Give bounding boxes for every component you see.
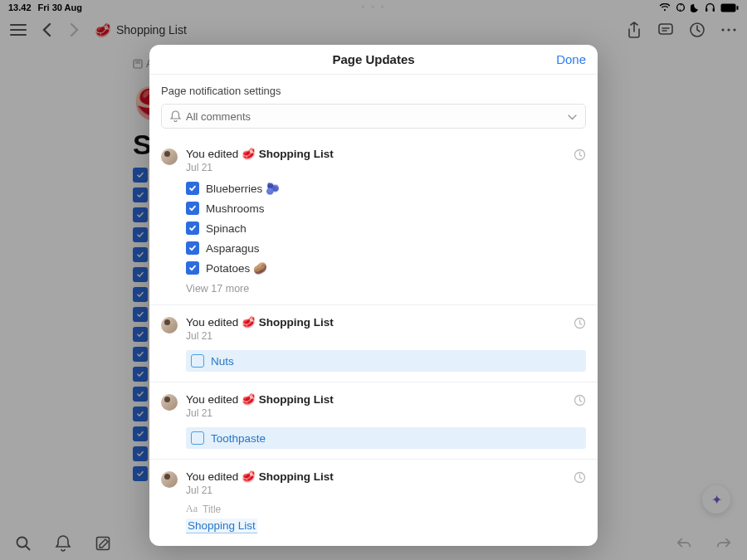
comments-icon[interactable] <box>657 22 674 38</box>
svg-rect-2 <box>713 8 715 12</box>
page-title-breadcrumb: Shopping List <box>116 23 187 37</box>
ai-assist-button[interactable]: ✦ <box>702 485 730 514</box>
checkbox-item[interactable] <box>133 446 148 461</box>
added-item-row: Nuts <box>186 350 586 372</box>
settings-label: Page notification settings <box>161 85 586 97</box>
update-entry: You edited 🥩 Shopping List Jul 21 Nuts <box>149 304 598 382</box>
app-toolbar: 🥩 Shopping List <box>0 15 747 45</box>
item-label: Blueberries 🫐 <box>206 182 280 195</box>
bell-icon <box>170 110 181 122</box>
nav-forward-button <box>66 22 83 38</box>
item-label: Mushrooms <box>206 202 265 215</box>
svg-point-7 <box>721 28 724 31</box>
clock-icon <box>574 394 586 410</box>
item-label: Spinach <box>206 222 247 235</box>
checkbox-checked-icon <box>186 241 199 255</box>
item-label: Asparagus <box>206 242 260 255</box>
update-entry: You edited 🥩 Shopping List Jul 21 Toothp… <box>149 382 598 459</box>
avatar <box>161 471 178 488</box>
sync-icon <box>676 2 686 12</box>
wifi-icon <box>659 3 671 12</box>
checkbox-item[interactable] <box>133 307 148 322</box>
entry-summary: You edited 🥩 Shopping List <box>186 147 334 160</box>
moon-icon <box>691 3 700 12</box>
share-icon[interactable] <box>626 22 642 38</box>
checkbox-item[interactable] <box>133 367 148 382</box>
checkbox-item[interactable] <box>133 187 148 202</box>
entry-timestamp: Jul 21 <box>186 485 334 496</box>
battery-icon <box>720 3 739 12</box>
checkbox-item[interactable] <box>133 466 148 481</box>
modal-title: Page Updates <box>332 52 414 66</box>
item-label: Potatoes 🥔 <box>206 261 267 275</box>
title-change-value[interactable]: Shopping List <box>186 519 257 533</box>
checkbox-item[interactable] <box>133 267 148 282</box>
dropdown-value: All comments <box>186 110 251 123</box>
done-button[interactable]: Done <box>556 52 586 66</box>
checkbox-item[interactable] <box>133 247 148 262</box>
checkbox-item[interactable] <box>133 227 148 242</box>
svg-rect-3 <box>721 3 736 12</box>
new-page-icon[interactable] <box>95 535 111 552</box>
svg-point-9 <box>733 28 735 31</box>
checkbox-checked-icon <box>186 222 199 235</box>
clock-icon <box>574 317 586 333</box>
checked-item: Blueberries 🫐 <box>186 182 586 195</box>
breadcrumb[interactable]: 🥩 Shopping List <box>95 22 187 38</box>
svg-rect-1 <box>706 8 707 12</box>
checked-item: Asparagus <box>186 241 586 255</box>
multitask-handle-icon[interactable]: • • • <box>361 2 385 13</box>
clock-icon <box>574 149 586 164</box>
checkbox-item[interactable] <box>133 407 148 421</box>
checkbox-item[interactable] <box>133 387 148 402</box>
avatar <box>161 149 178 165</box>
update-entry: You edited 🥩 Shopping List Jul 21 Bluebe… <box>149 137 598 304</box>
entry-timestamp: Jul 21 <box>186 330 334 342</box>
undo-icon[interactable] <box>676 535 692 552</box>
entry-timestamp: Jul 21 <box>186 162 334 173</box>
inbox-icon[interactable] <box>55 535 71 552</box>
search-icon[interactable] <box>15 535 32 552</box>
checkbox-unchecked-icon <box>191 354 204 368</box>
status-icons-right <box>659 2 739 12</box>
checkbox-item[interactable] <box>133 426 148 441</box>
notification-dropdown[interactable]: All comments <box>161 104 586 129</box>
checkbox-checked-icon <box>186 182 199 195</box>
headphones-icon <box>705 2 715 12</box>
sidebar-toggle-icon[interactable] <box>10 22 27 38</box>
modal-header: Page Updates Done <box>149 45 598 75</box>
checkbox-checked-icon <box>186 202 199 215</box>
clock-icon <box>574 471 586 487</box>
svg-rect-5 <box>659 24 672 34</box>
update-entry: You edited 🥩 Shopping List Jul 21 AaTitl… <box>149 459 598 543</box>
entry-summary: You edited 🥩 Shopping List <box>186 392 334 406</box>
svg-rect-4 <box>737 6 739 10</box>
nav-back-button[interactable] <box>38 22 55 38</box>
checkbox-item[interactable] <box>133 168 148 183</box>
checked-item: Potatoes 🥔 <box>186 261 586 275</box>
view-more-link[interactable]: View 17 more <box>186 283 586 295</box>
page-updates-modal: Page Updates Done Page notification sett… <box>149 45 598 546</box>
checkbox-unchecked-icon <box>191 431 204 445</box>
page-emoji-icon: 🥩 <box>95 22 111 38</box>
added-item-label: Nuts <box>211 355 234 368</box>
chevron-down-icon <box>568 109 577 124</box>
status-date: Fri 30 Aug <box>38 2 82 12</box>
added-item-label: Toothpaste <box>211 432 266 445</box>
checkbox-item[interactable] <box>133 347 148 362</box>
avatar <box>161 394 178 411</box>
updates-icon[interactable] <box>689 22 706 38</box>
entry-summary: You edited 🥩 Shopping List <box>186 315 334 329</box>
checkbox-item[interactable] <box>133 287 148 302</box>
avatar <box>161 317 178 334</box>
entry-timestamp: Jul 21 <box>186 407 334 419</box>
svg-rect-12 <box>97 538 110 550</box>
checkbox-item[interactable] <box>133 327 148 342</box>
svg-point-8 <box>727 28 730 31</box>
checkbox-item[interactable] <box>133 207 148 222</box>
redo-icon[interactable] <box>715 535 732 552</box>
checked-item: Spinach <box>186 222 586 235</box>
entry-summary: You edited 🥩 Shopping List <box>186 470 334 483</box>
added-item-row: Toothpaste <box>186 427 586 449</box>
more-icon[interactable] <box>720 22 737 38</box>
